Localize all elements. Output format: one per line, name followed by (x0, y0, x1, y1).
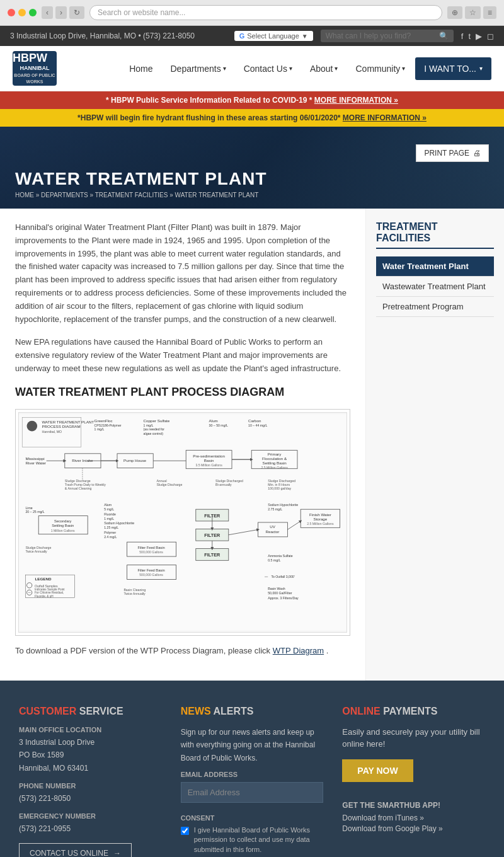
svg-text:Fluoride: Fluoride (104, 512, 116, 515)
print-label: PRINT PAGE (424, 149, 469, 158)
svg-text:Annual: Annual (156, 478, 166, 482)
diagram-section-title: WATER TREATMENT PLANT PROCESS DIAGRAM (15, 386, 350, 399)
sidebar-link-wastewater[interactable]: Wastewater Treatment Plant (376, 277, 494, 297)
svg-text:CPS2186-Polymer: CPS2186-Polymer (94, 423, 122, 427)
customer-light: SERVICE (79, 706, 123, 716)
footer-news-alerts: NEWS ALERTS Sign up for our news alerts … (181, 706, 324, 857)
footer-grid: CUSTOMER SERVICE MAIN OFFICE LOCATION 3 … (19, 706, 485, 857)
top-bar-right: G Select Language ▼ 🔍 f t ▶ ◻ (234, 30, 494, 42)
print-icon: 🖨 (473, 149, 481, 158)
alert-yellow-link[interactable]: MORE INFORMATION » (343, 113, 427, 122)
svg-text:Basin Wash: Basin Wash (268, 587, 285, 590)
news-alerts-title: NEWS ALERTS (181, 706, 324, 717)
svg-text:Hannibal, MO: Hannibal, MO (42, 429, 62, 433)
nav-community[interactable]: Community ▾ (348, 59, 413, 79)
bookmark-button[interactable]: ☆ (465, 6, 481, 19)
pay-now-button[interactable]: PAY NOW (342, 759, 413, 782)
diagram-container: WATER TREATMENT PLANT PROCESS DIAGRAM Ha… (15, 409, 350, 636)
svg-text:Sodium Hypochlorite: Sodium Hypochlorite (104, 521, 134, 525)
google-translate[interactable]: G Select Language ▼ (234, 31, 313, 41)
i-want-to-chevron: ▾ (479, 65, 483, 72)
email-label: EMAIL ADDRESS (181, 771, 324, 778)
search-input[interactable] (326, 32, 439, 40)
alerts-light: ALERTS (214, 706, 254, 716)
browser-dots (8, 9, 37, 16)
google-play-link[interactable]: Download from Google Play » (342, 824, 485, 833)
forward-button[interactable]: › (55, 6, 67, 19)
wtp-diagram-link[interactable]: WTP Diagram (273, 646, 324, 655)
svg-text:30 – 50 mg/L: 30 – 50 mg/L (209, 423, 228, 427)
sidebar-link-pretreatment[interactable]: Pretreatment Program (376, 297, 494, 317)
svg-text:Approx. 3 Filters/Day: Approx. 3 Filters/Day (268, 595, 299, 599)
svg-text:Bi-annually: Bi-annually (215, 483, 232, 486)
footer-main: CUSTOMER SERVICE MAIN OFFICE LOCATION 3 … (0, 681, 504, 857)
nav-contact-us[interactable]: Contact Us ▾ (236, 59, 300, 79)
alert-yellow-banner: *HBPW will begin fire hydrant flushing i… (0, 109, 504, 127)
search-icon: 🔍 (439, 32, 449, 40)
svg-text:Ammonia Sulfate: Ammonia Sulfate (268, 554, 293, 558)
svg-text:Finish Water: Finish Water (309, 512, 331, 516)
svg-text:2.5 Million Gallons: 2.5 Million Gallons (261, 465, 288, 469)
top-bar-left: 3 Industrial Loop Drive, Hannibal, MO • … (10, 32, 195, 40)
customer-service-title: CUSTOMER SERVICE (19, 706, 162, 717)
online-payments-title: ONLINE PAYMENTS (342, 706, 485, 717)
svg-text:Sludge Discharge: Sludge Discharge (156, 483, 182, 486)
phone-number: (573) 221-8050 (19, 792, 162, 805)
instagram-icon[interactable]: ◻ (487, 32, 494, 41)
svg-text:Reactor: Reactor (266, 529, 280, 533)
nav-i-want-to[interactable]: I WANT TO... ▾ (415, 57, 491, 80)
phone-label: PHONE NUMBER (19, 782, 162, 790)
contact-us-online-button[interactable]: CONTACT US ONLINE → (19, 843, 132, 857)
svg-text:To Outfall 3,000': To Outfall 3,000' (271, 575, 294, 578)
nav-departments[interactable]: Departments ▾ (163, 59, 233, 79)
site-header: HBPW HANNIBALBOARD OF PUBLIC WORKS Home … (0, 46, 504, 91)
svg-text:WATER TREATMENT PLANT: WATER TREATMENT PLANT (42, 420, 94, 424)
payments-light: PAYMENTS (383, 706, 437, 716)
address-bar[interactable]: Search or website name... (89, 5, 442, 20)
print-page-button[interactable]: PRINT PAGE 🖨 (416, 144, 489, 162)
sidebar-link-water-treatment[interactable]: Water Treatment Plant (376, 256, 494, 277)
svg-text:FILTER: FILTER (204, 552, 220, 558)
address-line3: Hannibal, MO 63401 (19, 762, 162, 774)
search-bar[interactable]: 🔍 (321, 30, 454, 42)
menu-button[interactable]: ≡ (483, 6, 496, 19)
nav-home[interactable]: Home (122, 59, 160, 79)
consent-checkbox[interactable] (181, 827, 189, 835)
svg-text:Carbon: Carbon (248, 418, 261, 423)
svg-text:1 mg/L: 1 mg/L (94, 427, 105, 431)
svg-text:1 mg/L: 1 mg/L (144, 423, 154, 427)
svg-text:Alum: Alum (209, 418, 218, 423)
svg-text:20 – 25 mg/L: 20 – 25 mg/L (25, 510, 44, 514)
language-chevron: ▼ (302, 33, 308, 40)
svg-text:Lime: Lime (25, 506, 32, 510)
footer-online-payments: ONLINE PAYMENTS Easily and securely pay … (342, 706, 485, 857)
email-input[interactable] (181, 782, 324, 803)
twitter-icon[interactable]: t (468, 32, 471, 41)
hero-left: WATER TREATMENT PLANT HOME » DEPARTMENTS… (15, 169, 416, 198)
content-left: Hannibal's original Water Treatment Plan… (0, 209, 365, 681)
svg-text:Pump House: Pump House (123, 458, 147, 463)
back-button[interactable]: ‹ (42, 6, 53, 19)
logo-box[interactable]: HBPW HANNIBALBOARD OF PUBLIC WORKS (13, 51, 57, 86)
svg-text:0.5 mg/L: 0.5 mg/L (268, 558, 280, 562)
address-text: Search or website name... (98, 8, 185, 17)
itunes-link[interactable]: Download from iTunes » (342, 814, 485, 822)
alert-red-link[interactable]: MORE INFORMATION » (314, 96, 398, 105)
svg-text:100,000 gal/day: 100,000 gal/day (268, 486, 291, 490)
facebook-icon[interactable]: f (461, 32, 464, 41)
svg-text:Copper Sulfate: Copper Sulfate (144, 418, 170, 423)
svg-text:2.5 Million Gallons: 2.5 Million Gallons (307, 522, 334, 526)
nav-about[interactable]: About ▾ (302, 59, 346, 79)
svg-text:GreenFloc: GreenFloc (94, 418, 113, 423)
share-button[interactable]: ⊕ (447, 6, 462, 19)
youtube-icon[interactable]: ▶ (476, 32, 482, 41)
svg-text:(as needed for: (as needed for (144, 427, 165, 431)
svg-point-2 (26, 421, 37, 432)
process-diagram-svg: WATER TREATMENT PLANT PROCESS DIAGRAM Ha… (19, 413, 346, 632)
svg-text:UV: UV (270, 524, 276, 529)
svg-text:Alum: Alum (104, 503, 112, 507)
refresh-button[interactable]: ↻ (69, 6, 84, 19)
consent-text: I give Hannibal Board of Public Works pe… (194, 825, 324, 854)
social-icons: f t ▶ ◻ (461, 32, 494, 41)
select-language-label: Select Language (247, 32, 299, 40)
